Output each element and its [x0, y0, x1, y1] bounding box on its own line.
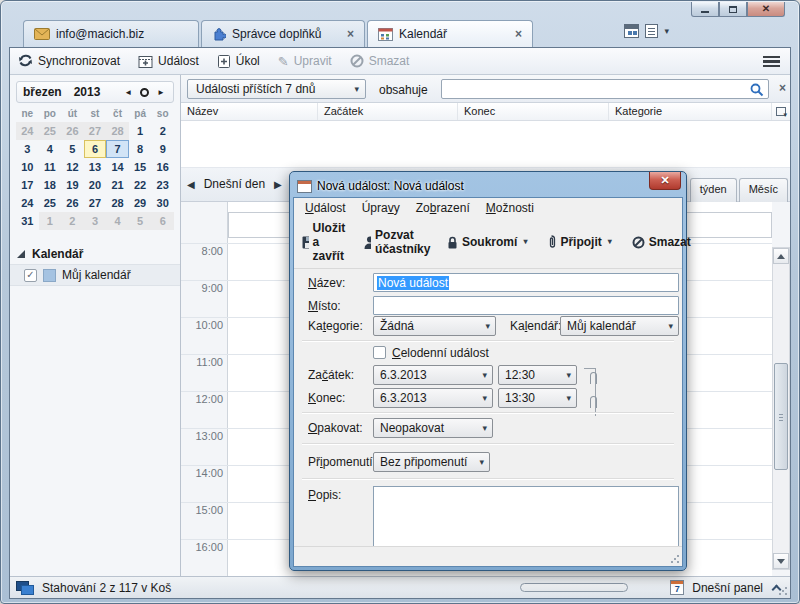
- previous-month-icon[interactable]: ◄: [122, 88, 134, 97]
- start-date-dropdown[interactable]: 6.3.2013 ▾: [373, 365, 493, 385]
- resize-grip[interactable]: [778, 586, 788, 596]
- mini-calendar-day[interactable]: 14: [106, 158, 129, 176]
- new-event-button[interactable]: Událost: [138, 54, 199, 68]
- mini-calendar-day[interactable]: 27: [84, 194, 107, 212]
- mini-calendar-day[interactable]: 9: [151, 140, 174, 158]
- open-tasks-tab-icon[interactable]: [645, 24, 658, 38]
- mini-calendar-day[interactable]: 25: [39, 122, 62, 140]
- mini-calendar-day[interactable]: 2: [61, 212, 84, 230]
- end-time-dropdown[interactable]: 13:30 ▾: [498, 388, 577, 408]
- expander-twisty-icon[interactable]: [17, 250, 25, 258]
- mini-calendar-day[interactable]: 3: [16, 140, 39, 158]
- column-picker-button[interactable]: [772, 103, 790, 120]
- scrollbar-thumb[interactable]: [774, 363, 788, 470]
- menu-event[interactable]: Událost: [298, 200, 353, 216]
- close-button[interactable]: ✕: [747, 2, 785, 17]
- clear-filter-icon[interactable]: ×: [779, 82, 786, 94]
- mini-calendar-day[interactable]: 13: [84, 158, 107, 176]
- mini-calendar-day[interactable]: 23: [151, 176, 174, 194]
- mini-calendar-day[interactable]: 19: [61, 176, 84, 194]
- mini-calendar-day[interactable]: 12: [61, 158, 84, 176]
- tab-addons-manager[interactable]: Správce doplňků ×: [201, 20, 365, 47]
- mini-calendar-day[interactable]: 16: [151, 158, 174, 176]
- mini-calendar-day[interactable]: 22: [129, 176, 152, 194]
- calendar-list-header[interactable]: Kalendář: [10, 244, 180, 264]
- mini-calendar-day[interactable]: 29: [129, 194, 152, 212]
- event-title-input[interactable]: Nová událost: [373, 273, 679, 292]
- repeat-dropdown[interactable]: Neopakovat ▾: [373, 418, 493, 438]
- chevron-down-icon[interactable]: ▾: [664, 27, 669, 36]
- reminder-dropdown[interactable]: Bez připomenutí ▾: [373, 452, 490, 472]
- vertical-scrollbar[interactable]: [772, 247, 790, 570]
- menu-view[interactable]: Zobrazení: [409, 200, 477, 216]
- privacy-button[interactable]: Soukromí ▾: [445, 234, 529, 250]
- mini-calendar-day[interactable]: 15: [129, 158, 152, 176]
- mini-calendar-day[interactable]: 8: [129, 140, 152, 158]
- column-header-end[interactable]: Konec: [458, 103, 609, 120]
- calendar-list-item[interactable]: ✓ Můj kalendář: [10, 264, 180, 286]
- app-menu-icon[interactable]: [763, 56, 780, 67]
- mini-calendar-day[interactable]: 5: [129, 212, 152, 230]
- today-panel-button[interactable]: Dnešní panel: [692, 581, 763, 595]
- mini-calendar-day[interactable]: 28: [106, 122, 129, 140]
- save-and-close-button[interactable]: Uložit a zavřít: [300, 220, 354, 264]
- mini-calendar-day[interactable]: 27: [84, 122, 107, 140]
- new-task-button[interactable]: Úkol: [217, 54, 260, 68]
- mini-calendar-day[interactable]: 28: [106, 194, 129, 212]
- menu-options[interactable]: Možnosti: [479, 200, 541, 216]
- end-date-dropdown[interactable]: 6.3.2013 ▾: [373, 388, 493, 408]
- mini-calendar-day[interactable]: 24: [16, 122, 39, 140]
- mini-calendar-day[interactable]: 24: [16, 194, 39, 212]
- delete-button[interactable]: Smazat: [350, 54, 410, 68]
- timezone-link-icon[interactable]: [590, 396, 597, 408]
- mini-calendar-day[interactable]: 25: [39, 194, 62, 212]
- mini-calendar-day[interactable]: 17: [16, 176, 39, 194]
- calendar-dropdown[interactable]: Můj kalendář ▾: [560, 316, 679, 336]
- mini-calendar-day[interactable]: 1: [39, 212, 62, 230]
- mini-calendar-day[interactable]: 4: [106, 212, 129, 230]
- search-icon[interactable]: [750, 83, 764, 97]
- calendar-checkbox[interactable]: ✓: [24, 269, 37, 282]
- dialog-delete-button[interactable]: Smazat: [630, 234, 693, 250]
- chevron-down-icon[interactable]: ▾: [608, 238, 612, 246]
- mini-calendar-day[interactable]: 4: [39, 140, 62, 158]
- tab-mail-account[interactable]: info@macich.biz: [23, 20, 199, 47]
- next-day-icon[interactable]: ▶: [274, 179, 282, 190]
- mini-calendar-day[interactable]: 31: [16, 212, 39, 230]
- column-header-category[interactable]: Kategorie: [609, 103, 772, 120]
- mini-calendar-day[interactable]: 26: [61, 122, 84, 140]
- mini-calendar-day[interactable]: 10: [16, 158, 39, 176]
- mini-calendar-day[interactable]: 6: [84, 140, 107, 158]
- view-tab-month[interactable]: Měsíc: [739, 178, 788, 202]
- dialog-title-bar[interactable]: Nová událost: Nová událost ✕: [293, 175, 683, 197]
- mini-calendar-day[interactable]: 26: [61, 194, 84, 212]
- mini-calendar-day[interactable]: 7: [106, 140, 129, 158]
- view-tab-week[interactable]: týden: [690, 178, 737, 202]
- mini-calendar-day[interactable]: 20: [84, 176, 107, 194]
- column-header-name[interactable]: Název: [181, 103, 318, 120]
- previous-day-icon[interactable]: ◀: [187, 179, 195, 190]
- today-button[interactable]: Dnešní den: [204, 177, 265, 191]
- dialog-close-button[interactable]: ✕: [649, 172, 681, 190]
- invite-attendees-button[interactable]: Pozvat účastníky: [362, 227, 437, 257]
- mini-calendar-day[interactable]: 21: [106, 176, 129, 194]
- search-input[interactable]: [446, 81, 746, 97]
- minimize-button[interactable]: [691, 2, 719, 17]
- menu-edit[interactable]: Úpravy: [355, 200, 407, 216]
- all-day-checkbox[interactable]: [373, 346, 386, 359]
- mini-calendar-day[interactable]: 2: [151, 122, 174, 140]
- attach-button[interactable]: Připojit ▾: [545, 234, 613, 250]
- today-circle-icon[interactable]: [140, 88, 149, 97]
- edit-button[interactable]: ✎ Upravit: [278, 54, 332, 69]
- scroll-up-button[interactable]: [773, 248, 789, 264]
- next-month-icon[interactable]: ►: [155, 88, 167, 97]
- synchronize-button[interactable]: Synchronizovat: [18, 54, 120, 68]
- close-tab-icon[interactable]: ×: [345, 28, 356, 40]
- start-time-dropdown[interactable]: 12:30 ▾: [498, 365, 577, 385]
- open-calendar-tab-icon[interactable]: [624, 24, 639, 38]
- dialog-resize-grip[interactable]: [670, 554, 680, 564]
- mini-calendar-day[interactable]: 18: [39, 176, 62, 194]
- mini-calendar-day[interactable]: 1: [129, 122, 152, 140]
- mini-calendar-day[interactable]: 30: [151, 194, 174, 212]
- chevron-down-icon[interactable]: ▾: [523, 238, 527, 246]
